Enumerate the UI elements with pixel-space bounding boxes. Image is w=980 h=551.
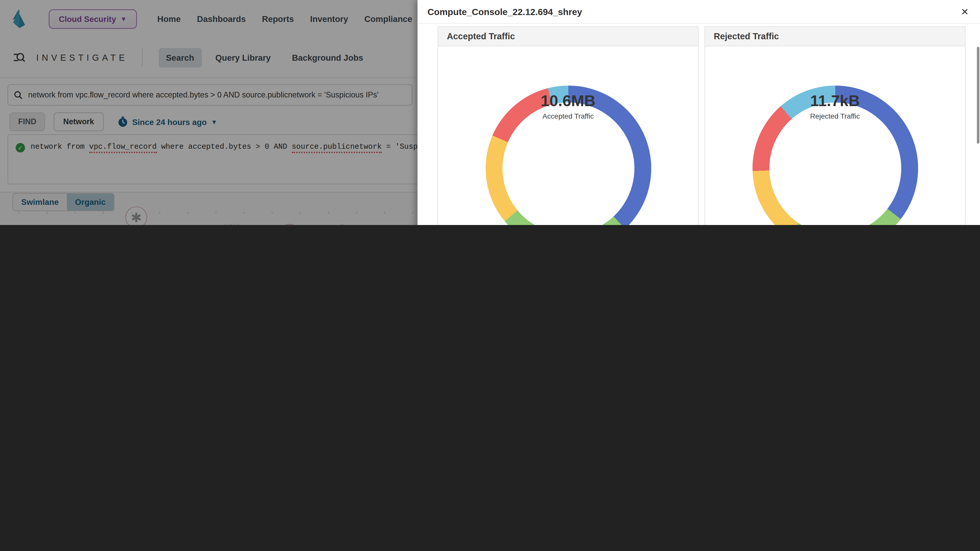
- card-title: Accepted Traffic: [447, 31, 515, 41]
- card-header: Rejected Traffic: [705, 27, 965, 46]
- drawer-title: Compute_Console_22.12.694_shrey: [428, 6, 582, 17]
- close-icon[interactable]: ✕: [961, 6, 969, 17]
- card-header: Accepted Traffic: [438, 27, 698, 46]
- drawer-header: Compute_Console_22.12.694_shrey ✕: [417, 0, 980, 24]
- donut-center-value: 11.7kB: [705, 92, 965, 110]
- donut-center-value: 10.6MB: [438, 92, 698, 110]
- card-title: Rejected Traffic: [714, 31, 779, 41]
- donut-center-label: Accepted Traffic: [438, 113, 698, 120]
- app-root: Cloud Security ▼ HomeDashboardsReportsIn…: [0, 0, 980, 225]
- traffic-cards: Accepted Traffic10.6MBAccepted Traffic34…: [438, 26, 966, 225]
- donut-center-text: 11.7kBRejected Traffic: [705, 92, 965, 120]
- traffic-card-rejected: Rejected Traffic11.7kBRejected Traffic44…: [704, 26, 966, 225]
- traffic-card-accepted: Accepted Traffic10.6MBAccepted Traffic34…: [438, 26, 699, 225]
- node-details-drawer: Compute_Console_22.12.694_shrey ✕ Accept…: [417, 0, 980, 225]
- donut-center-label: Rejected Traffic: [705, 113, 965, 120]
- donut-center-text: 10.6MBAccepted Traffic: [438, 92, 698, 120]
- scrollbar-thumb[interactable]: [977, 47, 980, 144]
